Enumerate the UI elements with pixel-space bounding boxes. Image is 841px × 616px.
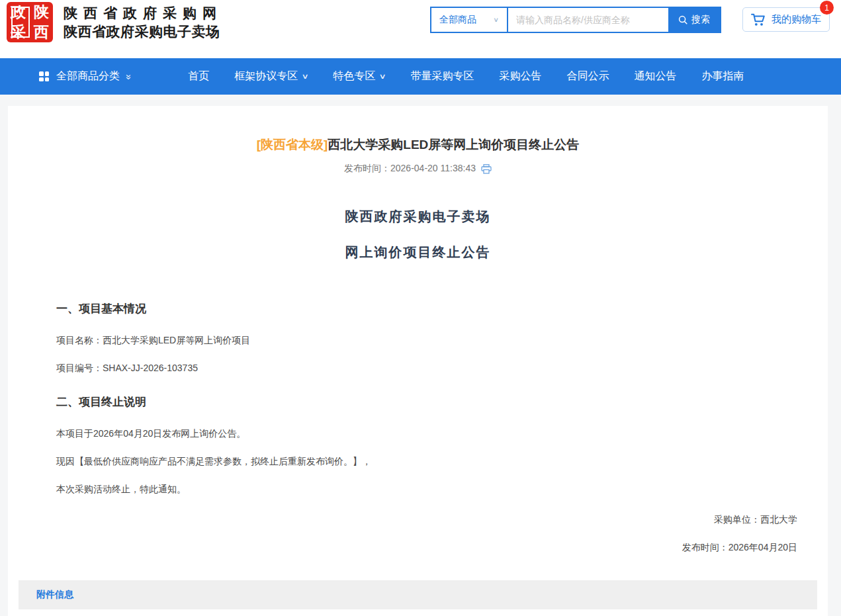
nav-item-home[interactable]: 首页	[188, 69, 209, 83]
nav-item-procurement-announcements[interactable]: 采购公告	[499, 69, 541, 83]
page-header: 政 陕 采 西 陕西省政府采购网 陕西省政府采购电子卖场 全部商品 ∨ 搜索	[0, 0, 841, 58]
search-category-dropdown[interactable]: 全部商品 ∨	[431, 8, 508, 32]
attachments-heading-label: 附件信息	[36, 589, 73, 601]
search-button[interactable]: 搜索	[668, 8, 720, 32]
announcement-title: [陕西省本级]西北大学采购LED屏等网上询价项目终止公告	[8, 136, 828, 154]
main-nav: 全部商品分类 » 首页 框架协议专区 ∨ 特色专区 ∨ 带量采购专区 采购公告 …	[0, 58, 841, 95]
chevron-down-icon: ∨	[302, 72, 309, 81]
nav-item-featured-zone[interactable]: 特色专区 ∨	[333, 69, 385, 83]
project-number: 项目编号：SHAX-JJ-2026-103735	[56, 363, 797, 374]
search-button-label: 搜索	[691, 14, 710, 26]
doc-title-line1: 陕西政府采购电子卖场	[8, 208, 828, 226]
nav-item-label: 框架协议专区	[234, 69, 298, 83]
nav-item-label: 带量采购专区	[410, 69, 474, 83]
termination-paragraph-3: 本次采购活动终止，特此通知。	[56, 484, 797, 496]
cart-button[interactable]: 我的购物车 1	[742, 7, 830, 32]
site-title-line1: 陕西省政府采购网	[64, 4, 222, 22]
nav-item-label: 办事指南	[701, 69, 744, 83]
termination-paragraph-2: 现因【最低价供应商响应产品不满足需求参数，拟终止后重新发布询价。】，	[56, 456, 797, 468]
nav-item-service-guide[interactable]: 办事指南	[701, 69, 744, 83]
publish-time-text: 发布时间：2026-04-20 11:38:43	[344, 163, 476, 175]
project-name: 项目名称：西北大学采购LED屏等网上询价项目	[56, 335, 797, 347]
site-title-line2: 陕西省政府采购电子卖场	[64, 22, 222, 41]
nav-item-framework-zone[interactable]: 框架协议专区 ∨	[234, 69, 308, 83]
logo-char: 陕	[30, 2, 53, 22]
search-category-value: 全部商品	[439, 14, 476, 26]
section2-heading: 二、项目终止说明	[56, 394, 797, 410]
announcement-title-text: 西北大学采购LED屏等网上询价项目终止公告	[328, 138, 579, 152]
site-logo[interactable]: 政 陕 采 西 陕西省政府采购网 陕西省政府采购电子卖场	[7, 2, 222, 42]
nav-item-volume-purchase-zone[interactable]: 带量采购专区	[410, 69, 474, 83]
cart-button-label: 我的购物车	[772, 13, 821, 26]
doc-title-line2: 网上询价项目终止公告	[8, 243, 828, 261]
logo-seal-icon: 政 陕 采 西	[7, 2, 53, 42]
nav-item-label: 通知公告	[634, 69, 676, 83]
all-categories-button[interactable]: 全部商品分类 »	[39, 69, 131, 83]
nav-item-label: 采购公告	[499, 69, 541, 83]
grid-icon	[39, 71, 49, 81]
nav-item-label: 特色专区	[333, 69, 375, 83]
announcement-card: [陕西省本级]西北大学采购LED屏等网上询价项目终止公告 发布时间：2026-0…	[8, 106, 828, 616]
publish-time-row: 发布时间：2026-04-20 11:38:43	[8, 163, 828, 175]
cart-badge: 1	[820, 1, 834, 15]
section1-heading: 一、项目基本情况	[56, 301, 797, 316]
nav-item-label: 合同公示	[566, 69, 609, 83]
site-titles: 陕西省政府采购网 陕西省政府采购电子卖场	[64, 4, 222, 41]
logo-char: 西	[30, 22, 53, 43]
double-chevron-down-icon: »	[124, 74, 134, 78]
cart-icon	[751, 13, 766, 26]
printer-icon[interactable]	[481, 164, 492, 174]
logo-char: 政	[7, 2, 30, 22]
publish-date-line: 发布时间：2026年04月20日	[56, 542, 797, 554]
search-bar: 全部商品 ∨ 搜索	[430, 7, 721, 33]
purchaser-line: 采购单位：西北大学	[56, 514, 797, 526]
nav-menu: 首页 框架协议专区 ∨ 特色专区 ∨ 带量采购专区 采购公告 合同公示 通知公告…	[188, 69, 744, 83]
nav-item-label: 首页	[188, 69, 209, 83]
chevron-down-icon: ∨	[379, 72, 386, 81]
attachments-header: 附件信息	[19, 580, 817, 609]
chevron-down-icon: ∨	[493, 16, 499, 23]
nav-item-contract-publicity[interactable]: 合同公示	[566, 69, 609, 83]
logo-char: 采	[7, 22, 30, 43]
nav-item-notices[interactable]: 通知公告	[634, 69, 676, 83]
region-tag: [陕西省本级]	[257, 138, 328, 152]
termination-paragraph-1: 本项目于2026年04月20日发布网上询价公告。	[56, 428, 797, 440]
all-categories-label: 全部商品分类	[56, 69, 120, 83]
page-background: [陕西省本级]西北大学采购LED屏等网上询价项目终止公告 发布时间：2026-0…	[0, 95, 841, 616]
search-icon	[678, 15, 688, 25]
search-input[interactable]	[508, 8, 668, 32]
